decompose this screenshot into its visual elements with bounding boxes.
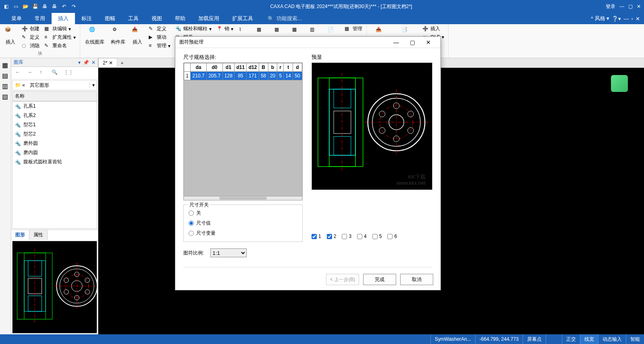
item-icon: 🔩 bbox=[15, 131, 21, 137]
search2-icon[interactable]: 🔍 bbox=[52, 69, 59, 77]
restore-icon[interactable]: ▫ bbox=[631, 16, 633, 22]
check-1[interactable]: 1 bbox=[312, 234, 321, 239]
menu-item-view[interactable]: 视图 bbox=[145, 13, 168, 24]
minimize-icon[interactable]: — bbox=[619, 4, 624, 9]
menu-item-sheet[interactable]: 图幅 bbox=[98, 13, 122, 24]
dialog-body: 尺寸规格选择: da d0 d1 d11 d12 B b r bbox=[175, 48, 440, 269]
table-scrollbar[interactable] bbox=[183, 196, 303, 200]
tab-shape[interactable]: 图形 bbox=[11, 230, 29, 240]
dialog-max-icon[interactable]: ▢ bbox=[404, 39, 420, 46]
rail-icon-2[interactable]: ▤ bbox=[2, 72, 9, 79]
style-label[interactable]: ^ 风格 ▾ bbox=[591, 15, 609, 22]
blockedit-button[interactable]: ▦块编辑 ▾ bbox=[43, 25, 77, 33]
list-item[interactable]: 🔩磨外圆 bbox=[12, 139, 97, 148]
menu-item-help[interactable]: 帮助 bbox=[168, 13, 192, 24]
side-path[interactable]: 📁 « 其它图形 ▾ bbox=[12, 80, 97, 90]
doc-tab-close-icon[interactable]: ✕ bbox=[109, 60, 113, 66]
close-icon[interactable]: ✕ bbox=[637, 4, 641, 9]
status-linewidth[interactable]: 线宽 bbox=[580, 334, 598, 344]
status-smart[interactable]: 智能 bbox=[626, 334, 644, 344]
status-ortho[interactable]: 正交 bbox=[562, 334, 580, 344]
print-icon[interactable]: 🖶 bbox=[41, 3, 48, 10]
maximize-icon[interactable]: ▢ bbox=[628, 4, 633, 9]
drive-button[interactable]: ▶驱动 bbox=[147, 33, 172, 41]
rail-icon-4[interactable]: ▧ bbox=[2, 93, 9, 100]
item-icon: 🔩 bbox=[15, 122, 21, 128]
menu-search[interactable]: 🔍 功能搜索... bbox=[268, 15, 302, 22]
menu-item-menu[interactable]: 菜单 bbox=[5, 13, 28, 24]
check-3[interactable]: 3 bbox=[342, 234, 351, 239]
extattr-button[interactable]: ≡扩充属性 ▾ bbox=[43, 33, 77, 41]
svg-point-14 bbox=[85, 278, 90, 283]
define2-button[interactable]: ✎定义 bbox=[147, 25, 172, 33]
list-item[interactable]: 🔩孔系2 bbox=[12, 111, 97, 120]
status-screen[interactable]: 屏幕点 bbox=[523, 334, 546, 344]
table-row[interactable]: 1 210.7 205.7 128 85 171 58 20 5 14 50 bbox=[184, 72, 302, 80]
radio-val[interactable]: 尺寸值 bbox=[189, 218, 297, 228]
doc-tab-add[interactable]: ＋ bbox=[117, 60, 127, 67]
menu-item-insert[interactable]: 插入 bbox=[52, 13, 75, 24]
create-button[interactable]: ➕创建 bbox=[20, 25, 41, 33]
undo-icon[interactable]: ↶ bbox=[60, 3, 68, 10]
hide-button[interactable]: ◌消隐 bbox=[20, 42, 41, 50]
cancel-button[interactable]: 取消 bbox=[400, 274, 433, 285]
status-dyn[interactable]: 动态输入 bbox=[598, 334, 626, 344]
bolt-button[interactable]: 🔩螺栓和螺柱 ▾ bbox=[174, 25, 213, 33]
new-icon[interactable]: ▭ bbox=[12, 3, 19, 10]
side-dropdown-icon[interactable]: ▾ bbox=[78, 60, 81, 65]
spec-table[interactable]: da d0 d1 d11 d12 B b r t d 1 bbox=[183, 63, 303, 196]
dialog-close-icon[interactable]: ✕ bbox=[420, 39, 436, 46]
side-close-icon[interactable]: ✕ bbox=[91, 60, 96, 65]
list-item[interactable]: 🔩型芯1 bbox=[12, 120, 97, 129]
close2-icon[interactable]: ✕ bbox=[636, 16, 640, 22]
view-icon[interactable]: ⋮⋮ bbox=[64, 69, 71, 77]
define-button[interactable]: ✎定义 bbox=[20, 33, 41, 41]
redo-icon[interactable]: ↷ bbox=[70, 3, 77, 10]
side-pin-icon[interactable]: 📌 bbox=[83, 60, 89, 65]
scale-select[interactable]: 1:1 bbox=[210, 248, 247, 257]
insert-button[interactable]: 📦 插入 bbox=[2, 25, 19, 47]
radio-off[interactable]: 关 bbox=[189, 208, 297, 218]
fwd-icon[interactable]: → bbox=[27, 69, 35, 77]
finish-button[interactable]: 完成 bbox=[363, 274, 396, 285]
dialog-min-icon[interactable]: — bbox=[388, 39, 404, 46]
save-icon[interactable]: 💾 bbox=[31, 3, 39, 10]
check-6[interactable]: 6 bbox=[387, 234, 397, 239]
menu-item-common[interactable]: 常用 bbox=[28, 13, 52, 24]
rail-icon-1[interactable]: ▦ bbox=[2, 61, 9, 69]
rail-icon-3[interactable]: ▥ bbox=[2, 82, 9, 90]
rename-button[interactable]: ✎重命名 bbox=[43, 42, 77, 50]
menu-item-ext[interactable]: 扩展工具 bbox=[226, 13, 260, 24]
up-icon[interactable]: ↑ bbox=[39, 69, 47, 77]
insert3-button[interactable]: ➕插入 bbox=[421, 25, 446, 33]
onlinelib-button[interactable]: 🌐在线图库 bbox=[83, 25, 107, 47]
define-icon: ✎ bbox=[22, 34, 28, 41]
item-icon: 🔩 bbox=[15, 113, 21, 119]
login-link[interactable]: 登录 bbox=[606, 3, 615, 10]
prev-button[interactable]: < 上一步(B) bbox=[326, 274, 359, 285]
menu-item-addin[interactable]: 加载应用 bbox=[192, 13, 226, 24]
back-icon[interactable]: ← bbox=[15, 69, 23, 77]
check-4[interactable]: 4 bbox=[357, 234, 367, 239]
check-2[interactable]: 2 bbox=[327, 234, 337, 239]
list-item[interactable]: 🔩磨内圆 bbox=[12, 148, 97, 157]
manage-button[interactable]: ≡管理 ▾ bbox=[147, 42, 172, 50]
menu-item-annot[interactable]: 标注 bbox=[75, 13, 98, 24]
doc-tab[interactable]: 2* ✕ bbox=[98, 58, 117, 68]
list-item[interactable]: 🔩腹板式圆柱直齿轮 bbox=[12, 157, 97, 167]
help-icon[interactable]: ❔▾ bbox=[612, 16, 621, 22]
partlib-button[interactable]: ⚙构件库 bbox=[108, 25, 128, 47]
menu-item-tools[interactable]: 工具 bbox=[122, 13, 145, 24]
path-drop-icon[interactable]: ▾ bbox=[89, 82, 97, 88]
open-icon[interactable]: 📂 bbox=[22, 3, 29, 10]
list-item[interactable]: 🔩型芯2 bbox=[12, 129, 97, 139]
list-item[interactable]: 🔩孔系1 bbox=[12, 102, 97, 111]
manage4-button[interactable]: ▦管理 bbox=[343, 25, 364, 33]
tab-attr[interactable]: 属性 bbox=[29, 230, 48, 240]
radio-var[interactable]: 尺寸变量 bbox=[189, 228, 297, 238]
min2-icon[interactable]: — bbox=[623, 16, 629, 22]
insert2-button[interactable]: 📥插入 bbox=[129, 25, 145, 47]
print2-icon[interactable]: 🖶 bbox=[51, 3, 58, 10]
pin-button[interactable]: 📍销 ▾ bbox=[215, 25, 235, 33]
check-5[interactable]: 5 bbox=[372, 234, 382, 239]
